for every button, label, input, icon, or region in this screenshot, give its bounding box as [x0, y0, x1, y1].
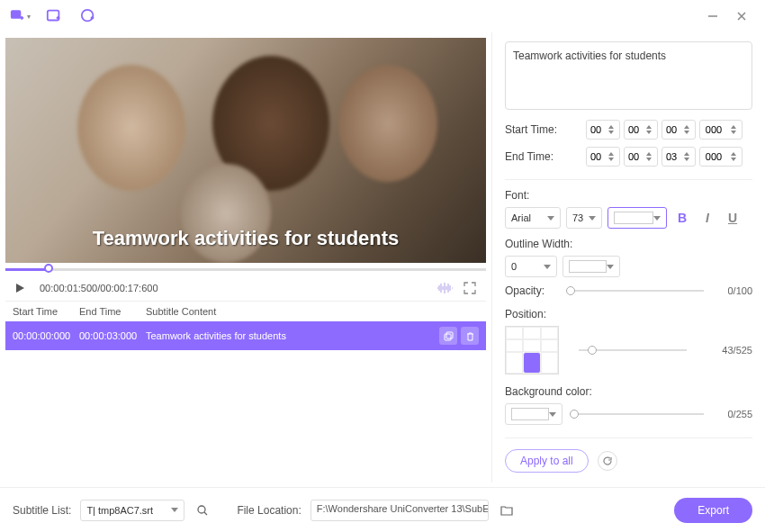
row-end-time: 00:00:03:000 [79, 330, 146, 341]
search-subtitle-button[interactable] [194, 501, 212, 519]
outline-width-label: Outline Width: [505, 238, 752, 250]
bottom-bar: Subtitle List: T| tmp8AC7.srt File Locat… [0, 487, 765, 532]
row-start-time: 00:00:00:000 [13, 330, 79, 341]
position-grid[interactable] [505, 326, 559, 374]
video-progress-slider[interactable] [5, 263, 486, 275]
underline-button[interactable]: U [723, 208, 742, 228]
file-location-input[interactable]: F:\Wondershare UniConverter 13\SubEdi [310, 500, 489, 521]
play-button[interactable] [11, 279, 29, 297]
position-slider[interactable] [579, 349, 687, 351]
opacity-slider[interactable] [566, 290, 704, 292]
waveform-icon[interactable] [434, 279, 455, 297]
subtitle-list-label: Subtitle List: [13, 504, 71, 517]
start-ms-stepper[interactable] [699, 120, 742, 140]
outline-color-select[interactable] [562, 256, 620, 277]
delete-row-button[interactable] [461, 327, 479, 345]
apply-to-all-button[interactable]: Apply to all [505, 449, 589, 473]
end-ms-stepper[interactable] [699, 147, 742, 167]
video-controls: 00:00:01:500/00:00:17:600 [5, 275, 486, 301]
end-m-stepper[interactable] [624, 147, 658, 167]
bg-color-label: Background color: [505, 385, 752, 398]
start-time-label: Start Time: [505, 123, 582, 136]
import-subtitle-button[interactable] [43, 5, 65, 27]
start-m-stepper[interactable] [624, 120, 658, 140]
svg-rect-4 [446, 332, 453, 338]
svg-point-5 [198, 506, 205, 513]
svg-rect-3 [445, 334, 451, 340]
outline-width-select[interactable]: 0 [505, 256, 557, 277]
browse-folder-button[interactable] [498, 501, 516, 519]
opacity-value: 0/100 [711, 285, 752, 296]
file-location-label: File Location: [237, 504, 301, 517]
position-value: 43/525 [722, 345, 752, 356]
svg-rect-1 [48, 11, 59, 21]
add-subtitle-button[interactable]: ▾ [9, 5, 31, 27]
col-content: Subtitle Content [146, 306, 479, 317]
subtitle-file-select[interactable]: T| tmp8AC7.srt [80, 500, 184, 521]
col-start-time: Start Time [13, 306, 79, 317]
text-file-icon: T| [86, 505, 95, 516]
main-area: Teamwork activities for students 00:00:0… [0, 32, 765, 482]
top-toolbar: ▾ [0, 0, 765, 32]
font-family-select[interactable]: Arial [505, 207, 561, 229]
position-bottom-center[interactable] [523, 352, 540, 374]
bg-opacity-value: 0/255 [711, 409, 752, 419]
bold-button[interactable]: B [672, 208, 692, 228]
left-panel: Teamwork activities for students 00:00:0… [0, 32, 491, 482]
opacity-label: Opacity: [505, 284, 559, 297]
reset-button[interactable] [598, 451, 617, 471]
italic-button[interactable]: I [698, 208, 717, 228]
start-h-stepper[interactable] [586, 120, 620, 140]
font-color-select[interactable] [608, 207, 667, 229]
bg-opacity-slider[interactable] [570, 413, 704, 415]
font-size-select[interactable]: 73 [566, 207, 602, 229]
minimize-button[interactable] [698, 5, 727, 27]
subtitle-table-header: Start Time End Time Subtitle Content [5, 301, 486, 321]
chevron-down-icon: ▾ [27, 13, 31, 21]
font-label: Font: [505, 189, 752, 202]
svg-point-2 [82, 10, 94, 22]
video-preview[interactable]: Teamwork activities for students [5, 38, 486, 263]
start-s-stepper[interactable] [662, 120, 696, 140]
subtitle-overlay: Teamwork activities for students [5, 227, 486, 250]
duplicate-row-button[interactable] [439, 327, 457, 345]
row-content: Teamwork activities for students [146, 330, 436, 341]
close-button[interactable] [727, 5, 756, 27]
export-button[interactable]: Export [674, 498, 752, 523]
fullscreen-icon[interactable] [459, 279, 481, 297]
svg-rect-0 [11, 10, 21, 19]
end-time-label: End Time: [505, 150, 582, 163]
end-s-stepper[interactable] [662, 147, 696, 167]
end-h-stepper[interactable] [586, 147, 620, 167]
subtitle-row[interactable]: 00:00:00:000 00:00:03:000 Teamwork activ… [5, 321, 486, 350]
playback-time: 00:00:01:500/00:00:17:600 [40, 283, 158, 293]
bg-color-select[interactable] [505, 403, 562, 425]
col-end-time: End Time [79, 306, 146, 317]
subtitle-text-input[interactable] [505, 41, 752, 110]
right-panel: Start Time: End Time: Font: Arial 73 B I… [491, 32, 765, 482]
auto-subtitle-button[interactable] [77, 5, 99, 27]
position-label: Position: [505, 308, 752, 320]
